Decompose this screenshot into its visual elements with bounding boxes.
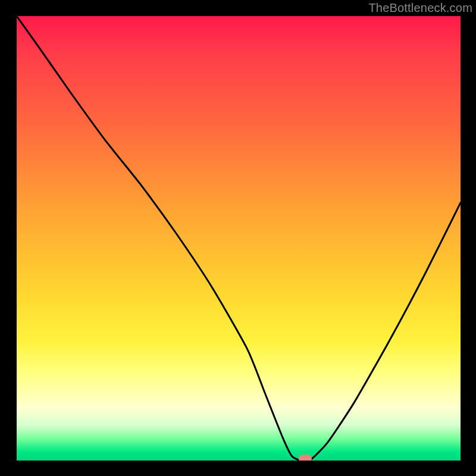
plot-area [17,16,461,461]
watermark-text: TheBottleneck.com [368,1,472,15]
chart-container: TheBottleneck.com [0,0,476,476]
minimum-marker [299,455,312,461]
bottleneck-curve [17,16,461,461]
